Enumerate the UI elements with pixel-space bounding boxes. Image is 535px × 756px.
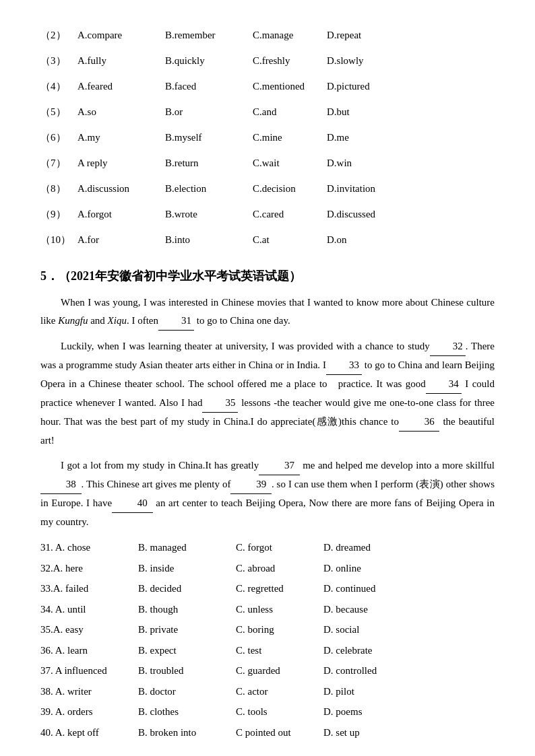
mc-option-d: D.repeat xyxy=(327,27,401,43)
mc-option-b: B.return xyxy=(165,155,253,171)
answer-row: 31. A. chose B. managed C. forgot D. dre… xyxy=(40,538,495,557)
answer-row: 37. A influenced B. troubled C. guarded … xyxy=(40,661,495,681)
mc-option-d: D.pictured xyxy=(327,78,401,94)
ans-d: D. poems xyxy=(323,702,391,722)
mc-option-b: B.election xyxy=(165,180,253,197)
mc-num: （10） xyxy=(40,232,77,248)
ans-b: B. though xyxy=(138,600,236,619)
ans-b: B. managed xyxy=(138,538,236,557)
mc-row: （9） A.forgot B.wrote C.cared D.discussed xyxy=(40,206,495,222)
mc-option-d: D.on xyxy=(327,232,401,248)
mc-num: （2） xyxy=(40,27,77,43)
blank-37: 37 xyxy=(259,456,300,475)
passage2: Luckily, when I was learning theater at … xyxy=(40,337,495,450)
ans-num: 31. A. chose xyxy=(40,538,138,557)
ans-d: D. controlled xyxy=(323,661,391,681)
ans-d: D. social xyxy=(323,620,391,640)
answer-row: 32.A. here B. inside C. abroad D. online xyxy=(40,559,495,578)
mc-num: （6） xyxy=(40,129,77,145)
ans-d: D. dreamed xyxy=(323,538,391,557)
italic-kungfu: Kungfu xyxy=(58,315,88,326)
ans-b: B. broken into xyxy=(138,723,236,743)
mc-option-c: C.wait xyxy=(253,155,327,171)
chinese-appreciate: 感激 xyxy=(315,416,338,427)
answer-row: 35.A. easy B. private C. boring D. socia… xyxy=(40,620,495,640)
ans-d: D. celebrate xyxy=(323,641,391,660)
mc-option-a: A.discussion xyxy=(77,180,165,197)
mc-option-a: A.forgot xyxy=(77,206,165,222)
mc-num: （4） xyxy=(40,78,77,94)
answer-row: 34. A. until B. though C. unless D. beca… xyxy=(40,600,495,619)
ans-d: D. because xyxy=(323,600,391,619)
ans-c: C. guarded xyxy=(236,661,323,681)
blank-33: 33 xyxy=(326,356,362,375)
blank-34: 34 xyxy=(426,375,462,394)
mc-num: （9） xyxy=(40,206,77,222)
mc-option-c: C.decision xyxy=(253,180,327,197)
ans-d: D. pilot xyxy=(323,682,391,701)
blank-32: 32 xyxy=(430,337,466,356)
mc-row: （2） A.compare B.remember C.manage D.repe… xyxy=(40,27,495,43)
mc-num: （3） xyxy=(40,53,77,69)
ans-b: B. private xyxy=(138,620,236,640)
ans-num: 33.A. failed xyxy=(40,579,138,598)
ans-b: B. decided xyxy=(138,579,236,598)
blank-40: 40 xyxy=(112,494,153,513)
mc-option-b: B.quickly xyxy=(165,53,253,69)
answer-row: 40. A. kept off B. broken into C pointed… xyxy=(40,723,495,743)
mc-option-a: A reply xyxy=(77,155,165,171)
ans-num: 35.A. easy xyxy=(40,620,138,640)
ans-num: 36. A. learn xyxy=(40,641,138,660)
ans-num: 39. A. orders xyxy=(40,702,138,722)
ans-b: B. inside xyxy=(138,559,236,578)
ans-b: B. troubled xyxy=(138,661,236,681)
blank-35: 35 xyxy=(202,394,238,413)
mc-option-d: D.invitation xyxy=(327,180,401,197)
blank-36: 36 xyxy=(399,413,440,432)
italic-xiqu: Xiqu xyxy=(108,315,127,326)
ans-c: C. regretted xyxy=(236,579,323,598)
passage1: When I was young, I was interested in Ch… xyxy=(40,294,495,331)
mc-option-a: A.feared xyxy=(77,78,165,94)
ans-c: C pointed out xyxy=(236,723,323,743)
mc-num: （8） xyxy=(40,180,77,197)
ans-c: C. unless xyxy=(236,600,323,619)
mc-option-c: C.manage xyxy=(253,27,327,43)
ans-num: 34. A. until xyxy=(40,600,138,619)
ans-c: C. test xyxy=(236,641,323,660)
mc-option-a: A.for xyxy=(77,232,165,248)
answer-row: 33.A. failed B. decided C. regretted D. … xyxy=(40,579,495,598)
mc-option-a: A.fully xyxy=(77,53,165,69)
mc-option-d: D.discussed xyxy=(327,206,401,222)
mc-option-b: B.into xyxy=(165,232,253,248)
mc-option-b: B.wrote xyxy=(165,206,253,222)
ans-d: D. set up xyxy=(323,723,391,743)
mc-row: （6） A.my B.myself C.mine D.me xyxy=(40,129,495,145)
ans-c: C. boring xyxy=(236,620,323,640)
section5: 5．（2021年安徽省初中学业水平考试英语试题） When I was youn… xyxy=(40,268,495,742)
blank-38: 38 xyxy=(40,475,82,494)
ans-num: 32.A. here xyxy=(40,559,138,578)
answer-choices: 31. A. chose B. managed C. forgot D. dre… xyxy=(40,538,495,742)
mc-row: （4） A.feared B.faced C.mentioned D.pictu… xyxy=(40,78,495,94)
chinese-perform: 表演 xyxy=(419,479,440,489)
mc-option-c: C.at xyxy=(253,232,327,248)
mc-num: （5） xyxy=(40,104,77,120)
mc-option-b: B.myself xyxy=(165,129,253,145)
mc-option-c: C.mine xyxy=(253,129,327,145)
mc-option-d: D.win xyxy=(327,155,401,171)
ans-d: D. online xyxy=(323,559,391,578)
ans-d: D. continued xyxy=(323,579,391,598)
mc-option-b: B.or xyxy=(165,104,253,120)
mc-option-c: C.and xyxy=(253,104,327,120)
section-title: 5．（2021年安徽省初中学业水平考试英语试题） xyxy=(40,268,495,284)
ans-b: B. expect xyxy=(138,641,236,660)
mc-option-b: B.faced xyxy=(165,78,253,94)
answer-row: 38. A. writer B. doctor C. actor D. pilo… xyxy=(40,682,495,701)
ans-c: C. abroad xyxy=(236,559,323,578)
ans-b: B. doctor xyxy=(138,682,236,701)
mc-row: （10） A.for B.into C.at D.on xyxy=(40,232,495,248)
mc-row: （3） A.fully B.quickly C.freshly D.slowly xyxy=(40,53,495,69)
blank-31: 31 xyxy=(158,312,194,331)
answer-row: 39. A. orders B. clothes C. tools D. poe… xyxy=(40,702,495,722)
